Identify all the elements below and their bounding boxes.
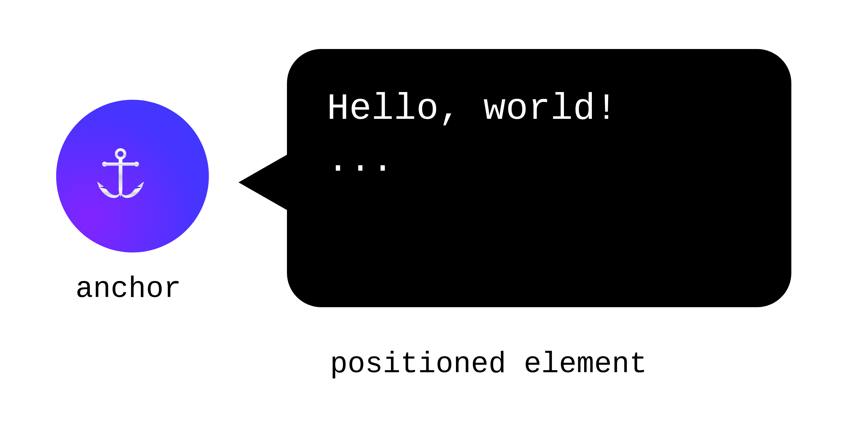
- positioned-element-label: positioned element: [330, 348, 647, 381]
- svg-point-4: [134, 161, 139, 166]
- bubble-line-1: Hello, world!: [327, 83, 751, 135]
- anchor-label: anchor: [75, 272, 181, 306]
- bubble-tail: [239, 154, 288, 211]
- svg-rect-2: [104, 162, 136, 165]
- positioned-element-bubble: Hello, world! ...: [287, 49, 792, 307]
- bubble-line-2: ...: [327, 135, 751, 187]
- anchor-icon: [90, 145, 175, 207]
- svg-point-3: [102, 161, 107, 166]
- svg-point-0: [116, 150, 125, 158]
- anchor-avatar: [56, 100, 209, 252]
- diagram-stage: Hello, world! ... anchor positioned elem…: [0, 0, 868, 430]
